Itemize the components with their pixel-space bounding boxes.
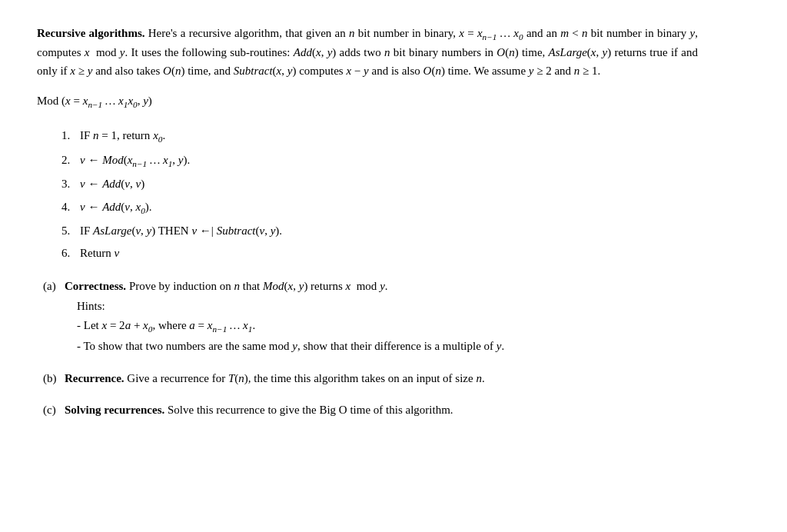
hint-1: - Let x = 2a + x0, where a = xn−1 … x1.: [77, 317, 698, 336]
sub-label-b: (b): [43, 370, 65, 387]
sub-label-c: (c): [43, 401, 65, 419]
step-4: 4. v ← Add(v, x0).: [61, 198, 698, 218]
step-6: 6. Return v: [61, 244, 698, 262]
step-content-3: v ← Add(v, v): [80, 175, 698, 193]
sub-problem-c: (c) Solving recurrences. Solve this recu…: [43, 401, 698, 419]
sub-label-a: (a): [43, 278, 65, 295]
var-n2: n: [582, 27, 588, 39]
intro-paragraph: Recursive algorithms. Here's a recursive…: [37, 25, 698, 80]
var-n: n: [349, 27, 355, 39]
var-m: m: [560, 27, 569, 39]
var-y: y: [690, 27, 696, 39]
subroutine-subtract: Subtract: [234, 65, 273, 77]
step-num-2: 2.: [61, 151, 80, 169]
step-2: 2. v ← Mod(xn−1 … x1, y).: [61, 151, 698, 171]
algo-steps: 1. IF n = 1, return x0. 2. v ← Mod(xn−1 …: [61, 127, 698, 262]
hints-block: Hints: - Let x = 2a + x0, where a = xn−1…: [77, 298, 698, 356]
sub-content-a: Correctness. Prove by induction on n tha…: [65, 278, 698, 355]
step-content-5: IF AsLarge(v, y) THEN v ←| Subtract(v, y…: [80, 222, 698, 240]
sub-b-bold: Recurrence.: [65, 372, 125, 384]
sub-a-bold: Correctness.: [65, 280, 126, 292]
step-num-6: 6.: [61, 244, 80, 262]
sub-problem-b: (b) Recurrence. Give a recurrence for T(…: [43, 370, 698, 387]
subroutine-add: Add: [294, 46, 312, 58]
step-5: 5. IF AsLarge(v, y) THEN v ←| Subtract(v…: [61, 222, 698, 240]
var-x: x: [459, 27, 464, 39]
step-content-1: IF n = 1, return x0.: [80, 127, 698, 146]
var-xn: xn−1 … x0: [477, 27, 523, 39]
step-num-5: 5.: [61, 222, 80, 240]
sub-problem-a: (a) Correctness. Prove by induction on n…: [43, 278, 698, 355]
expr-xmody: x: [85, 46, 90, 58]
step-content-4: v ← Add(v, x0).: [80, 198, 698, 218]
step-num-3: 3.: [61, 175, 80, 193]
step-1: 1. IF n = 1, return x0.: [61, 127, 698, 146]
intro-bold-label: Recursive algorithms.: [37, 27, 145, 39]
step-num-1: 1.: [61, 127, 80, 145]
algo-signature: Mod (x = xn−1 … x1x0, y): [37, 92, 698, 111]
step-num-4: 4.: [61, 198, 80, 216]
subroutine-aslarge: AsLarge: [549, 46, 587, 58]
hints-label: Hints:: [77, 298, 698, 315]
step-3: 3. v ← Add(v, v): [61, 175, 698, 193]
hint-2: - To show that two numbers are the same …: [77, 337, 698, 355]
content-area: Recursive algorithms. Here's a recursive…: [37, 25, 698, 419]
sub-content-b: Recurrence. Give a recurrence for T(n), …: [65, 370, 698, 387]
step-content-2: v ← Mod(xn−1 … x1, y).: [80, 151, 698, 171]
sub-c-bold: Solving recurrences.: [65, 404, 164, 416]
expr-y2: y: [120, 46, 125, 58]
step-content-6: Return v: [80, 244, 698, 262]
sub-problems: (a) Correctness. Prove by induction on n…: [43, 278, 698, 419]
sub-content-c: Solving recurrences. Solve this recurren…: [65, 401, 698, 419]
